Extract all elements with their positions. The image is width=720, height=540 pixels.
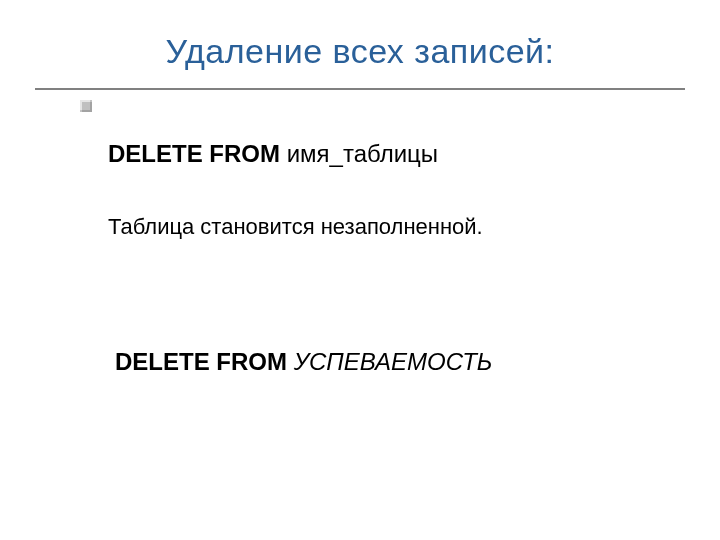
slide: Удаление всех записей: DELETE FROM имя_т… [0,0,720,540]
horizontal-rule [35,88,685,90]
title-area: Удаление всех записей: [0,32,720,71]
syntax-argument: имя_таблицы [280,140,438,167]
example-line: DELETE FROM УСПЕВАЕМОСТЬ [115,348,492,376]
syntax-line: DELETE FROM имя_таблицы [108,140,438,168]
keyword-delete-from-example: DELETE FROM [115,348,287,375]
example-argument: УСПЕВАЕМОСТЬ [287,348,492,375]
description-line: Таблица становится незаполненной. [108,214,483,240]
slide-title: Удаление всех записей: [165,32,554,70]
bullet-icon [80,100,92,112]
keyword-delete-from: DELETE FROM [108,140,280,167]
